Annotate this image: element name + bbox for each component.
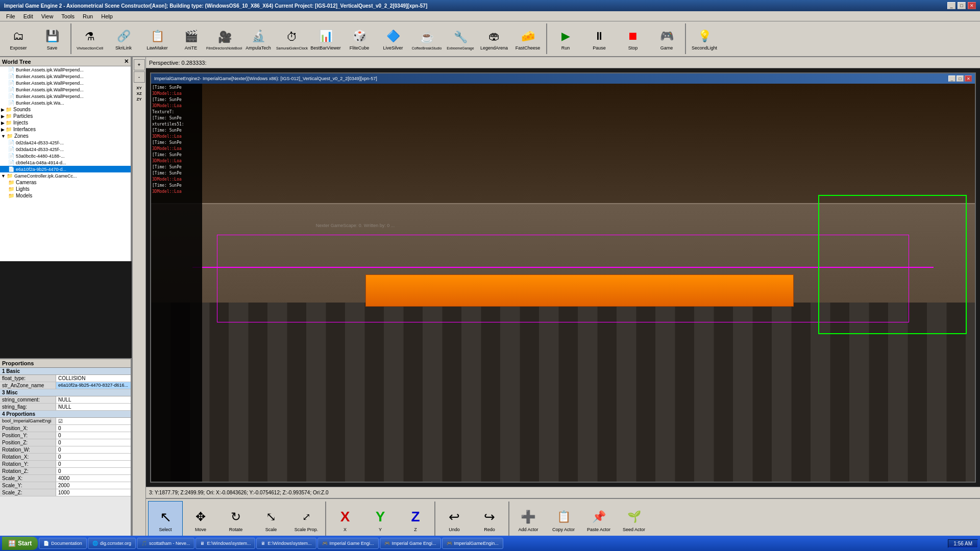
toolbar-save[interactable]: 💾 Save [36,22,68,55]
btn-undo[interactable]: ↩ Undo [437,501,472,538]
tree-item-sounds[interactable]: ▶ 📁 Sounds [0,106,131,113]
props-val-scalex[interactable]: 4000 [56,475,131,482]
view-btn-minus[interactable]: - [134,71,145,83]
props-section-misc[interactable]: 3 Misc [0,389,131,396]
toolbar-secondlight[interactable]: 💡 SecondLight [688,22,721,55]
props-val-scalez[interactable]: 1000 [56,489,131,496]
props-val-rotz[interactable]: 0 [56,468,131,474]
btn-axis-x[interactable]: X X [328,501,362,538]
taskbar-documentation[interactable]: 📄 Documentation [39,538,87,549]
btn-move[interactable]: ✥ Move [183,501,218,538]
world-tree-close[interactable]: ✕ [124,58,129,65]
toolbar-samurai[interactable]: ⏱ SamuraiGolenClock [276,22,308,55]
viewport-3d[interactable]: ImperialGameEngine2- ImperialGame[Nexter… [146,68,980,487]
tree-item-wall4[interactable]: 📄 Bunker.Assets.ipk.WallPerpend... [0,86,131,93]
btn-axis-z[interactable]: Z Z [398,501,433,538]
orange-actor-box[interactable] [365,274,794,306]
taskbar-windows2[interactable]: 🖥 E:\Windows\system... [256,538,316,549]
toolbar-exposer[interactable]: 🗂 Exposer [2,22,35,55]
tree-item-models[interactable]: 📁 Models [0,192,131,199]
btn-add-actor[interactable]: ➕ Add Actor [511,501,546,538]
btn-scale-prop[interactable]: ⤢ Scale Prop. [289,501,324,538]
btn-paste-actor[interactable]: 📌 Paste Actor [581,501,616,538]
props-val-float-type[interactable]: COLLISION [56,375,131,382]
menu-run[interactable]: Run [79,13,97,19]
props-val-anzone[interactable]: e6a10f2a-9b25-4470-8327-d616... [56,382,131,389]
menu-edit[interactable]: Edit [19,13,37,19]
tree-item-gamecontroller[interactable]: ▼ 📁 GameController.ipk.GameCc... [0,172,131,179]
tree-item-zone2[interactable]: 📄 0d3da424-d533-425f-... [0,146,131,153]
toolbar-flitecube[interactable]: 🎲 FliteCube [343,22,376,55]
tree-item-zone4[interactable]: 📄 cb9ef41a-048a-4914-d... [0,159,131,166]
tree-item-wall6[interactable]: 📄 Bunker.Assets.ipk.Wa... [0,99,131,106]
toolbar-livesilver[interactable]: 🔷 LiveSilver [377,22,409,55]
toolbar-extreeme[interactable]: 🔧 ExtreemeGarage [444,22,477,55]
btn-scale[interactable]: ⤡ Scale [254,501,288,538]
toolbar-lawmaker[interactable]: 📋 LawMaker [141,22,174,55]
toolbar-filmdirectors[interactable]: 🎥 FilmDirectorsNoteBook [208,22,241,55]
start-button[interactable]: 🪟 Start [2,537,38,550]
menu-file[interactable]: File [2,13,19,19]
maximize-button[interactable]: □ [958,2,966,9]
view-btn-plus[interactable]: + [134,59,145,70]
btn-copy-actor[interactable]: 📋 Copy Actor [546,501,581,538]
props-val-bool[interactable]: ☑ [56,418,131,424]
toolbar-pause[interactable]: ⏸ Pause [583,22,616,55]
game-window[interactable]: ImperialGameEngine2- ImperialGame[Nexter… [150,72,976,483]
tree-item-zone3[interactable]: 📄 53a0bc8c-4480-4188-... [0,153,131,159]
menu-tools[interactable]: Tools [57,13,79,19]
btn-axis-y[interactable]: Y Y [363,501,398,538]
close-button[interactable]: ✕ [968,2,976,9]
toolbar-bestbar[interactable]: 📊 BestBarViewer [309,22,342,55]
props-section-proportions[interactable]: 4 Proportions [0,411,131,418]
props-val-scaley[interactable]: 2000 [56,482,131,489]
toolbar-run[interactable]: ▶ Run [549,22,582,55]
props-section-basic[interactable]: 1 Basic [0,368,131,375]
props-val-rotw[interactable]: 0 [56,446,131,453]
taskbar-imperial3[interactable]: 🎮 ImperialGameEngin... [442,538,503,549]
taskbar-digccmxter[interactable]: 🌐 dig.ccmxter.org [88,538,136,549]
props-val-flag[interactable]: NULL [56,404,131,410]
toolbar-anite[interactable]: 🎬 AniTE [175,22,207,55]
btn-rotate[interactable]: ↻ Rotate [218,501,253,538]
tree-item-wall5[interactable]: 📄 Bunker.Assets.ipk.WallPerpend... [0,93,131,99]
taskbar-imperial1[interactable]: 🎮 Imperial Game Engi... [317,538,379,549]
toolbar-coffeebreak[interactable]: ☕ CoffeeBreakStudio [410,22,443,55]
btn-seed-actor[interactable]: 🌱 Seed Actor [617,501,651,538]
world-tree-content[interactable]: 📄 Bunker.Assets.ipk.WallPerpend... 📄 Bun… [0,66,131,261]
menu-view[interactable]: View [37,13,58,19]
toolbar-vivisectioncell[interactable]: ⚗ VivisectionCell [74,22,106,55]
tree-item-particles[interactable]: ▶ 📁 Particles [0,113,131,119]
props-val-rotx[interactable]: 0 [56,454,131,460]
tree-item-wall1[interactable]: 📄 Bunker.Assets.ipk.WallPerpend... [0,66,131,73]
toolbar-game[interactable]: 🎮 Game [650,22,683,55]
menu-help[interactable]: Help [97,13,117,19]
toolbar-stop[interactable]: ⏹ Stop [617,22,649,55]
props-val-posy[interactable]: 0 [56,432,131,439]
props-val-posx[interactable]: 0 [56,425,131,432]
btn-select[interactable]: ↖ Select [148,501,183,538]
game-maximize[interactable]: □ [957,76,964,82]
props-val-posz[interactable]: 0 [56,439,131,446]
taskbar-imperial2[interactable]: 🎮 Imperial Game Engi... [380,538,441,549]
tree-item-wall3[interactable]: 📄 Bunker.Assets.ipk.WallPerpend... [0,80,131,86]
game-minimize[interactable]: _ [948,76,955,82]
tree-item-zone1[interactable]: 📄 0d2da424-d533-425f-... [0,139,131,146]
toolbar-ampula[interactable]: 🔬 AmpulaTech [242,22,275,55]
taskbar-windows1[interactable]: 🖥 E:\Windows\system... [195,538,255,549]
tree-item-cameras[interactable]: 📁 Cameras [0,179,131,186]
tree-item-interfaces[interactable]: ▶ 📁 Interfaces [0,126,131,133]
props-val-comment[interactable]: NULL [56,396,131,403]
toolbar-legend[interactable]: 🏟 LegendArena [478,22,510,55]
props-val-roty[interactable]: 0 [56,461,131,467]
tree-item-injects[interactable]: ▶ 📁 Injects [0,119,131,126]
tree-item-lights[interactable]: 📁 Lights [0,186,131,192]
tree-item-zone5[interactable]: 📄 e6a10f2a-9b25-4470-d... [0,166,131,172]
toolbar-skrilink[interactable]: 🔗 SkriLink [107,22,140,55]
btn-redo[interactable]: ↪ Redo [472,501,507,538]
taskbar-scottatham[interactable]: 🎵 scottatham - Neve... [137,538,195,549]
toolbar-fastcheese[interactable]: 🧀 FastCheese [511,22,544,55]
minimize-button[interactable]: _ [947,2,955,9]
tree-item-zones[interactable]: ▼ 📁 Zones [0,133,131,139]
tree-item-wall2[interactable]: 📄 Bunker.Assets.ipk.WallPerpend... [0,73,131,80]
